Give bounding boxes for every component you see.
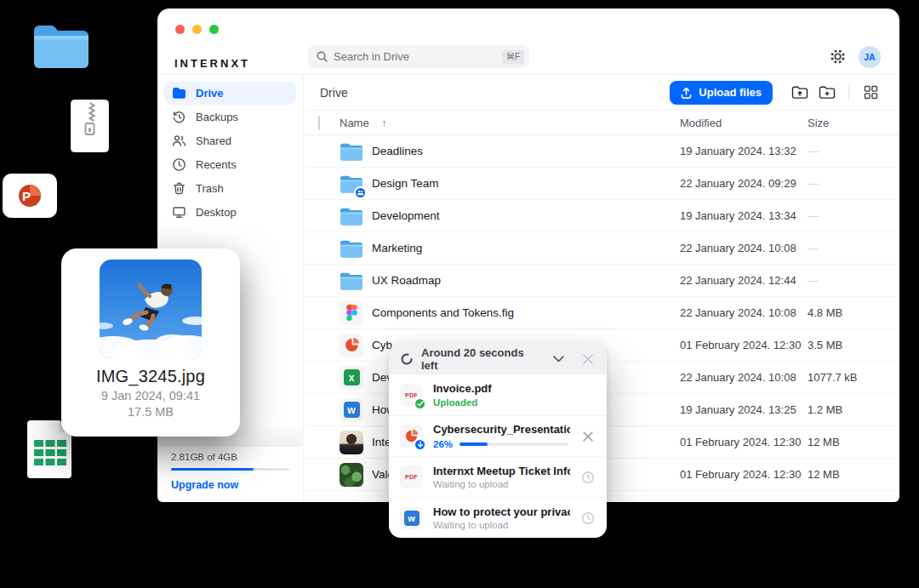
select-all-checkbox[interactable] <box>318 116 320 130</box>
file-modified: 19 January 2024. 13:25 <box>680 403 808 416</box>
close-panel-button[interactable] <box>580 351 596 367</box>
close-icon <box>583 354 593 364</box>
settings-gear-icon[interactable] <box>830 49 846 65</box>
new-folder-button[interactable] <box>817 83 837 103</box>
desktop-powerpoint-file-icon[interactable]: P <box>3 174 57 218</box>
pdf-file-icon: PDF <box>400 465 423 488</box>
sidebar-item-trash[interactable]: Trash <box>164 177 296 200</box>
sidebar-item-recents[interactable]: Recents <box>164 153 296 176</box>
upload-panel-header: Around 20 seconds left <box>389 343 607 374</box>
file-modified: 19 January 2024. 13:32 <box>680 145 808 157</box>
sidebar-item-shared[interactable]: Shared <box>164 129 296 152</box>
column-header-name[interactable]: Name ↑ <box>340 117 680 129</box>
upload-item: Cybersecurity_Presentation.ppt 26% <box>389 415 607 456</box>
chevron-down-icon <box>553 356 564 363</box>
file-name: Deadlines <box>372 145 423 157</box>
sort-ascending-icon: ↑ <box>382 117 387 128</box>
upload-percent: 26% <box>433 439 453 449</box>
folder-icon <box>340 269 363 293</box>
file-size: 3.5 MB <box>808 339 879 351</box>
waiting-clock-icon <box>580 511 596 525</box>
table-row[interactable]: Development 19 January 2024. 13:34 — <box>305 200 899 232</box>
powerpoint-logo-icon: P <box>15 181 44 210</box>
file-modified: 22 January 2024. 10:08 <box>680 371 808 384</box>
sidebar-item-desktop[interactable]: Desktop <box>164 201 296 224</box>
upload-status: Waiting to upload <box>433 479 570 489</box>
photo-thumbnail <box>340 431 363 454</box>
photo-jumping-person <box>100 260 202 359</box>
upload-success-icon <box>414 397 426 410</box>
table-row[interactable]: Design Team 22 January 2024. 09:29 — <box>305 168 899 200</box>
table-row[interactable]: Marketing 22 January 2024. 10:08 — <box>305 232 899 265</box>
storage-progress-fill <box>171 468 254 471</box>
upload-folder-button[interactable] <box>790 83 810 103</box>
preview-date: 9 Jan 2024, 09:41 <box>61 389 240 402</box>
spinner-icon <box>400 352 414 366</box>
table-row[interactable]: Deadlines 19 January 2024. 13:32 — <box>305 135 899 168</box>
desktop-background: P <box>0 0 919 588</box>
file-size: — <box>808 274 879 287</box>
shared-badge-icon <box>354 186 367 199</box>
upload-progress-panel: Around 20 seconds left PDF <box>389 343 607 538</box>
search-shortcut-badge: ⌘F <box>502 50 524 64</box>
file-modified: 22 January 2024. 12:44 <box>680 274 808 287</box>
breadcrumb[interactable]: Drive <box>320 86 670 100</box>
file-name: Development <box>372 209 440 222</box>
toolbar: Drive Upload files <box>305 75 899 111</box>
file-size: — <box>808 209 879 222</box>
grid-view-toggle[interactable] <box>860 83 881 103</box>
close-window-button[interactable] <box>175 25 185 34</box>
close-icon <box>583 431 593 442</box>
account-avatar[interactable]: JA <box>859 46 881 68</box>
upload-item: PDF Invoice.pdf Uploaded <box>389 374 607 415</box>
upload-status: Uploaded <box>433 397 570 408</box>
svg-text:P: P <box>22 189 31 203</box>
search-input[interactable] <box>334 50 496 63</box>
folder-icon <box>340 237 363 260</box>
desktop-zip-file-icon[interactable] <box>71 100 109 156</box>
file-size: — <box>808 242 879 254</box>
drive-folder-icon <box>172 87 186 100</box>
photo-thumbnail <box>340 463 363 487</box>
shared-users-icon <box>172 134 186 148</box>
search-bar[interactable]: ⌘F <box>308 45 529 68</box>
file-size: — <box>808 177 879 190</box>
desktop-folder-icon[interactable] <box>32 20 90 73</box>
cancel-upload-button[interactable] <box>580 431 596 442</box>
file-modified: 01 February 2024. 12:30 <box>680 436 808 448</box>
sidebar-item-drive[interactable]: Drive <box>164 82 296 105</box>
upload-files-button[interactable]: Upload files <box>670 81 773 105</box>
table-row[interactable]: UX Roadmap 22 January 2024. 12:44 — <box>305 265 899 297</box>
desktop-monitor-icon <box>172 205 186 220</box>
minimize-window-button[interactable] <box>192 25 202 34</box>
file-modified: 22 January 2024. 10:08 <box>680 242 808 254</box>
file-size: 12 MB <box>808 436 879 448</box>
word-file-icon: w <box>340 398 363 422</box>
internxt-logo: INTERNXT <box>174 57 250 70</box>
upload-progress-fill <box>460 442 488 446</box>
column-header-modified[interactable]: Modified <box>680 117 808 129</box>
upload-file-name: How to protect your privacy.doc <box>433 505 570 518</box>
upgrade-link[interactable]: Upgrade now <box>171 479 289 491</box>
table-header: Name ↑ Modified Size <box>305 111 899 135</box>
zoom-window-button[interactable] <box>209 25 219 34</box>
file-name: UX Roadmap <box>372 274 441 287</box>
file-modified: 01 February 2024. 12:30 <box>680 339 808 351</box>
column-header-size[interactable]: Size <box>808 117 879 129</box>
image-preview-card[interactable]: IMG_3245.jpg 9 Jan 2024, 09:41 17.5 MB <box>61 248 240 437</box>
upload-file-name: Invoice.pdf <box>433 382 570 395</box>
file-size: — <box>808 145 879 157</box>
recents-clock-icon <box>172 157 186 172</box>
waiting-clock-icon <box>580 471 596 484</box>
window-controls <box>175 25 219 34</box>
uploading-icon <box>414 438 426 451</box>
upload-item: w How to protect your privacy.doc Waitin… <box>389 497 607 538</box>
storage-progress-track <box>171 468 289 471</box>
sidebar-item-backups[interactable]: Backups <box>164 106 296 128</box>
collapse-panel-button[interactable] <box>551 351 566 367</box>
file-name: Marketing <box>372 242 422 254</box>
upload-item: PDF Internxt Meetup Ticket Info.pdf Wait… <box>389 456 607 497</box>
table-row[interactable]: Components and Tokens.fig 22 January 202… <box>305 297 899 329</box>
backups-history-icon <box>172 110 186 124</box>
folder-upload-icon <box>791 85 808 100</box>
